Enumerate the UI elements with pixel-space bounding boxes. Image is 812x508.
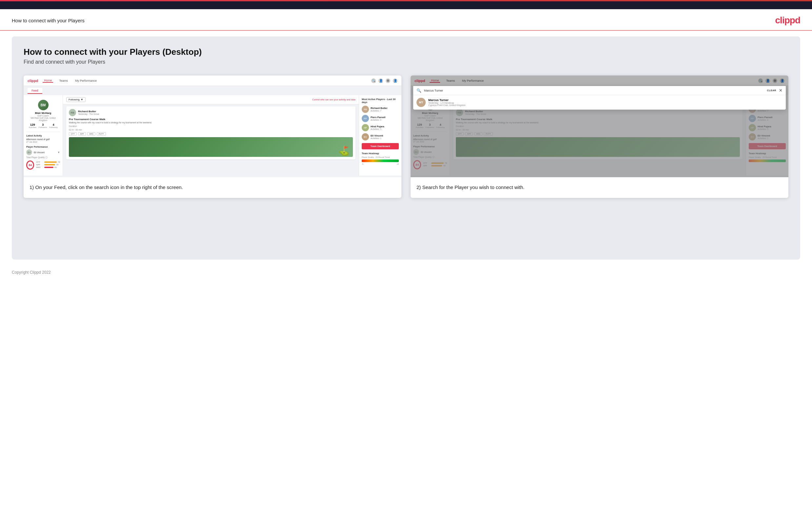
activity-duration-label: Duration xyxy=(69,125,353,127)
activity-person-avatar: RB xyxy=(69,109,76,116)
profile-club: Mill Ride Golf Club, United Kingdom xyxy=(28,117,59,121)
app-content-1: BM Blair McHarg Golf Coach Mill Ride Gol… xyxy=(23,95,401,176)
activity-card-1: RB Richard Butler Yesterday · The Grove … xyxy=(66,106,355,160)
active-name-rb: Richard Butler xyxy=(371,107,388,110)
tag-ott: OTT xyxy=(69,132,77,135)
player-row: EV Eli Vincent ▼ xyxy=(26,149,60,155)
result-avatar: MT xyxy=(417,98,426,107)
active-player-richard: RB Richard Butler Activities: 7 xyxy=(362,106,399,113)
active-acts-hp: Activities: 3 xyxy=(371,128,384,130)
activity-name: Afternoon round of golf xyxy=(26,138,60,140)
screenshot-1: clippd Home Teams My Performance 🔍 👤 ⚙ 👤… xyxy=(23,76,401,198)
header: How to connect with your Players clippd xyxy=(0,9,812,31)
heatmap-scale: -5 +5 xyxy=(362,163,399,165)
score-circle: 84 xyxy=(26,161,34,170)
following-button[interactable]: Following ▼ xyxy=(66,97,86,102)
activity-image: ⛳ xyxy=(69,137,353,157)
player-performance-label: Player Performance xyxy=(26,146,60,148)
heatmap-bar xyxy=(362,160,399,162)
result-info: Marcus Turner Yesterday · 1-5 Handicap C… xyxy=(428,98,466,106)
profile-role: Golf Coach xyxy=(28,115,59,117)
search-icon[interactable]: 🔍 xyxy=(371,78,376,83)
search-input[interactable]: Marcus Turner xyxy=(424,89,764,92)
active-name-hp: Hiral Pujara xyxy=(371,125,384,128)
most-active-title: Most Active Players - Last 30 days xyxy=(362,98,399,104)
nav-teams[interactable]: Teams xyxy=(58,79,69,82)
activity-person-name: Richard Butler xyxy=(78,110,99,113)
right-panel-1: Most Active Players - Last 30 days RB Ri… xyxy=(359,95,401,176)
active-player-hiral: HP Hiral Pujara Activities: 3 xyxy=(362,124,399,131)
active-player-eli: EV Eli Vincent Activities: 1 xyxy=(362,133,399,140)
quality-bars: OTT79 APP70 ARG61 xyxy=(36,161,60,169)
description-1: 1) On your Feed, click on the search ico… xyxy=(23,177,401,198)
profile-area: BM Blair McHarg Golf Coach Mill Ride Gol… xyxy=(26,98,60,132)
tag-row: OTT APP ARG PUTT xyxy=(69,132,353,135)
active-acts-rb: Activities: 7 xyxy=(371,110,388,112)
screenshot-2: clippd Home Teams My Performance 🔍 👤 ⚙ 👤… xyxy=(411,76,789,198)
screenshots-grid: clippd Home Teams My Performance 🔍 👤 ⚙ 👤… xyxy=(23,76,789,198)
main-subtitle: Find and connect with your Players xyxy=(23,59,789,65)
tag-app: APP xyxy=(78,132,86,135)
description-2: 2) Search for the Player you wish to con… xyxy=(411,177,789,198)
close-icon[interactable]: ✕ xyxy=(779,88,782,93)
quality-score: 84 OTT79 APP70 ARG61 xyxy=(26,161,60,170)
settings-icon[interactable]: ⚙ xyxy=(386,78,390,83)
activity-duration: 02 hr : 00 min xyxy=(69,129,353,131)
app-screenshot-1: clippd Home Teams My Performance 🔍 👤 ⚙ 👤… xyxy=(23,76,401,177)
active-acts-ev: Activities: 1 xyxy=(371,137,383,139)
active-name-ev: Eli Vincent xyxy=(371,134,383,137)
avatar-icon[interactable]: 👤 xyxy=(393,78,397,83)
left-panel-1: BM Blair McHarg Golf Coach Mill Ride Gol… xyxy=(23,95,63,176)
active-avatar-hp: HP xyxy=(362,124,369,131)
nav-home[interactable]: Home xyxy=(43,79,53,83)
search-bar: 🔍 Marcus Turner CLEAR ✕ xyxy=(413,86,786,95)
player-avatar-eli: EV xyxy=(26,149,32,155)
activity-desc: Walking the course with my coach to buil… xyxy=(69,121,353,124)
active-avatar-ev: EV xyxy=(362,133,369,140)
active-player-piers: PP Piers Parnell Activities: 4 xyxy=(362,115,399,122)
nav-my-performance[interactable]: My Performance xyxy=(74,79,98,82)
app-screenshot-2: clippd Home Teams My Performance 🔍 👤 ⚙ 👤… xyxy=(411,76,789,177)
golfer-silhouette: ⛳ xyxy=(338,145,349,156)
active-avatar-pp: PP xyxy=(362,115,369,122)
team-heatmap-title: Team Heatmap xyxy=(362,152,399,155)
main-title: How to connect with your Players (Deskto… xyxy=(23,47,789,57)
stats-row: 129 Activities 3 Followers 4 Following xyxy=(28,123,59,128)
activity-when: Yesterday · The Grove xyxy=(78,113,99,115)
tag-arg: ARG xyxy=(87,132,95,135)
stat-following: 4 Following xyxy=(49,123,57,128)
main-content: How to connect with your Players (Deskto… xyxy=(12,36,800,260)
profile-name: Blair McHarg xyxy=(28,112,59,115)
active-avatar-rb: RB xyxy=(362,106,369,113)
control-link[interactable]: Control who can see your activity and da… xyxy=(312,98,355,101)
activity-date: 27 Jul 2022 xyxy=(26,141,60,143)
quality-label: Total Player Quality ⓘ xyxy=(26,156,60,159)
activity-title: Pre Tournament Course Walk xyxy=(69,118,353,121)
team-dashboard-button[interactable]: Team Dashboard xyxy=(362,143,399,149)
search-icon-overlay: 🔍 xyxy=(417,88,421,93)
middle-panel-1: Following ▼ Control who can see your act… xyxy=(63,95,359,176)
result-name: Marcus Turner xyxy=(428,98,466,102)
logo: clippd xyxy=(775,15,800,26)
stat-followers: 3 Followers xyxy=(39,123,47,128)
active-name-pp: Piers Parnell xyxy=(371,116,385,119)
app-nav-1: clippd Home Teams My Performance 🔍 👤 ⚙ 👤 xyxy=(23,76,401,86)
result-detail-2: Cypress Point Club, United Kingdom xyxy=(428,104,466,106)
search-overlay: 🔍 Marcus Turner CLEAR ✕ MT Marcus Turner… xyxy=(413,86,786,110)
result-detail-1: Yesterday · 1-5 Handicap xyxy=(428,102,466,104)
user-icon[interactable]: 👤 xyxy=(378,78,383,83)
stat-activities: 129 Activities xyxy=(29,123,36,128)
clear-button[interactable]: CLEAR xyxy=(767,89,776,92)
profile-avatar: BM xyxy=(38,100,49,110)
top-bar xyxy=(0,0,812,9)
app-logo: clippd xyxy=(28,79,38,83)
page-title: How to connect with your Players xyxy=(12,18,85,23)
latest-activity-label: Latest Activity xyxy=(26,134,60,137)
heatmap-subtitle: Player Quality · 20 Round Trend xyxy=(362,156,399,158)
tag-putt: PUTT xyxy=(97,132,106,135)
player-name-eli: Eli Vincent xyxy=(34,151,45,154)
search-result[interactable]: MT Marcus Turner Yesterday · 1-5 Handica… xyxy=(413,95,786,110)
page-footer: Copyright Clippd 2022 xyxy=(0,265,812,279)
feed-tab[interactable]: Feed xyxy=(28,88,42,94)
copyright: Copyright Clippd 2022 xyxy=(12,270,51,275)
